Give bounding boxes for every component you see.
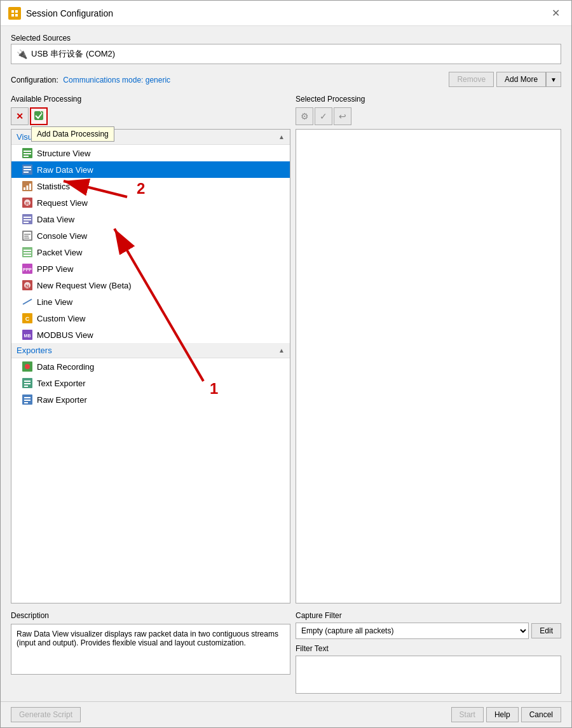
svg-rect-7 — [24, 151, 31, 152]
usb-icon: 🔌 — [17, 49, 27, 59]
add-more-button[interactable]: Add More — [496, 72, 546, 87]
packet-view-label: Packet View — [37, 248, 82, 257]
sources-label: Selected Sources — [11, 34, 561, 43]
svg-rect-22 — [24, 217, 31, 218]
svg-rect-4 — [15, 14, 18, 17]
modbus-view-icon: MB — [22, 329, 33, 340]
list-item-statistics[interactable]: Statistics — [11, 178, 290, 194]
config-label: Configuration: — [11, 76, 58, 84]
bottom-bar: Generate Script Start Help Cancel — [1, 701, 571, 727]
list-item-raw-exporter[interactable]: Raw Exporter — [11, 391, 290, 408]
selected-processing-toolbar: ⚙ ✓ ↩ — [296, 107, 561, 125]
add-processing-button[interactable]: Add Data Processing — [30, 107, 48, 125]
svg-line-39 — [23, 299, 32, 304]
help-button[interactable]: Help — [486, 707, 519, 722]
list-item-data-view[interactable]: Data View — [11, 211, 290, 227]
capture-filter-select[interactable]: Empty (capture all packets) — [296, 623, 529, 639]
add-more-split: Add More ▼ — [496, 72, 561, 87]
generate-script-button[interactable]: Generate Script — [11, 707, 81, 722]
list-item-text-exporter[interactable]: Text Exporter — [11, 375, 290, 391]
svg-rect-1 — [11, 10, 14, 13]
config-link[interactable]: Communications mode: generic — [63, 76, 170, 84]
processing-toolbar: ✕ Add Data Processing — [11, 107, 290, 125]
list-item-line-view[interactable]: Line View — [11, 293, 290, 310]
selected-processing-label: Selected Processing — [296, 95, 561, 104]
exporters-title: Exporters — [17, 346, 52, 355]
svg-rect-11 — [24, 166, 31, 168]
sources-section: Selected Sources 🔌 USB 串行设备 (COM2) — [11, 34, 561, 64]
description-area: Description Raw Data View visualizer dis… — [11, 611, 290, 694]
filter-text-area[interactable] — [296, 656, 561, 694]
settings-button[interactable]: ⚙ — [296, 107, 313, 125]
raw-data-view-label: Raw Data View — [37, 165, 93, 175]
list-item-raw-data-view[interactable]: Raw Data View — [11, 161, 290, 178]
cancel-button[interactable]: Cancel — [521, 707, 561, 722]
config-row: Configuration: Communications mode: gene… — [11, 69, 561, 90]
data-view-icon — [22, 213, 33, 225]
remove-button[interactable]: Remove — [449, 72, 494, 87]
list-item-new-request-view[interactable]: N New Request View (Beta) — [11, 277, 290, 293]
list-item-ppp-view[interactable]: PPP PPP View — [11, 260, 290, 277]
svg-rect-48 — [24, 383, 31, 384]
list-item-modbus-view[interactable]: MB MODBUS View — [11, 327, 290, 343]
description-section: Description Raw Data View visualizer dis… — [11, 611, 561, 694]
title-bar-left: Session Configuration — [8, 7, 113, 20]
svg-rect-8 — [24, 153, 31, 154]
start-button[interactable]: Start — [451, 707, 484, 722]
bottom-right: Start Help Cancel — [451, 707, 561, 722]
text-exporter-label: Text Exporter — [37, 379, 86, 388]
exporters-section-header[interactable]: Exporters ▲ — [11, 343, 290, 358]
svg-rect-32 — [24, 252, 31, 253]
list-item-data-recording[interactable]: Data Recording — [11, 358, 290, 375]
svg-rect-31 — [24, 250, 31, 251]
delete-processing-button[interactable]: ✕ — [11, 107, 29, 125]
console-view-label: Console View — [37, 231, 87, 241]
svg-text:R: R — [25, 201, 29, 206]
capture-filter-section: Capture Filter Empty (capture all packet… — [296, 611, 561, 694]
close-button[interactable]: ✕ — [548, 6, 564, 20]
svg-rect-23 — [24, 219, 31, 220]
session-configuration-window: Session Configuration ✕ Selected Sources… — [0, 0, 572, 728]
visualizations-arrow: ▲ — [278, 133, 285, 140]
available-processing-list[interactable]: Visu ▲ Structure View — [11, 129, 290, 603]
available-processing-label: Available Processing — [11, 95, 290, 104]
window-title: Session Configuration — [26, 8, 113, 18]
data-view-label: Data View — [37, 215, 74, 224]
add-more-dropdown[interactable]: ▼ — [546, 72, 561, 87]
console-view-icon — [22, 230, 33, 241]
right-panel: Selected Processing ⚙ ✓ ↩ — [296, 95, 561, 603]
undo-icon: ↩ — [339, 111, 346, 121]
undo-button[interactable]: ↩ — [334, 107, 351, 125]
modbus-view-label: MODBUS View — [37, 330, 93, 340]
svg-rect-13 — [24, 172, 29, 173]
list-item-console-view[interactable]: Console View — [11, 227, 290, 244]
new-request-view-label: New Request View (Beta) — [37, 281, 132, 290]
selected-processing-list[interactable] — [296, 129, 561, 603]
left-panel: Available Processing ✕ — [11, 95, 290, 603]
svg-rect-3 — [11, 14, 14, 17]
edit-filter-button[interactable]: Edit — [531, 623, 561, 638]
config-buttons: Remove Add More ▼ — [449, 72, 561, 87]
list-item-packet-view[interactable]: Packet View — [11, 244, 290, 260]
svg-rect-52 — [24, 400, 31, 401]
custom-view-icon: C — [22, 313, 33, 324]
request-view-icon: R — [22, 197, 33, 208]
svg-point-45 — [25, 364, 30, 369]
check-icon: ✓ — [320, 111, 327, 121]
window-icon — [8, 7, 21, 20]
raw-exporter-label: Raw Exporter — [37, 395, 87, 405]
settings-icon: ⚙ — [301, 111, 309, 121]
check-button[interactable]: ✓ — [315, 107, 332, 125]
list-item-structure-view[interactable]: Structure View — [11, 145, 290, 161]
data-recording-icon — [22, 361, 33, 372]
window-content: Selected Sources 🔌 USB 串行设备 (COM2) Confi… — [1, 26, 571, 701]
list-item-custom-view[interactable]: C Custom View — [11, 310, 290, 327]
list-item-request-view[interactable]: R Request View — [11, 194, 290, 211]
ppp-view-label: PPP View — [37, 264, 73, 274]
delete-icon: ✕ — [16, 111, 24, 121]
svg-rect-33 — [24, 255, 31, 256]
description-text: Raw Data View visualizer displays raw pa… — [11, 624, 290, 675]
svg-rect-17 — [29, 184, 31, 190]
statistics-icon — [22, 180, 33, 192]
packet-view-icon — [22, 246, 33, 258]
